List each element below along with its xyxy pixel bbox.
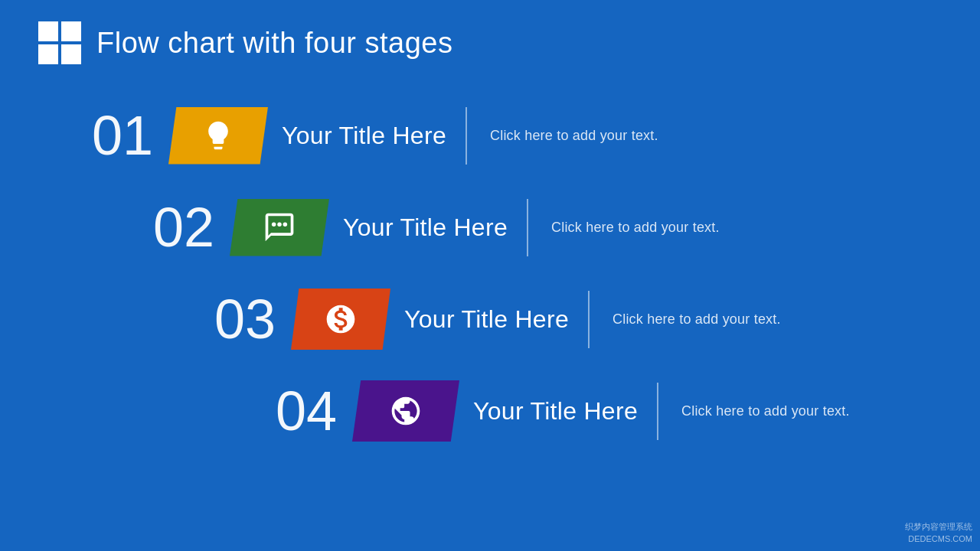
page-title: Flow chart with four stages: [96, 27, 452, 60]
stage-title-4[interactable]: Your Title Here: [473, 383, 657, 440]
stage-content-3: Your Title Here Click here to add your t…: [404, 291, 934, 348]
svg-point-6: [283, 223, 288, 227]
watermark-line1: 织梦内容管理系统: [905, 521, 972, 533]
stage-title-1[interactable]: Your Title Here: [282, 107, 466, 165]
stage-text-4[interactable]: Click here to add your text.: [658, 383, 850, 440]
stage-number-3: 03: [168, 292, 276, 347]
stage-title-2[interactable]: Your Title Here: [343, 199, 527, 256]
stage-number-2: 02: [107, 200, 214, 255]
svg-rect-1: [61, 21, 81, 41]
stage-content-4: Your Title Here Click here to add your t…: [473, 383, 934, 440]
bulb-icon: [201, 119, 235, 152]
stage-text-1[interactable]: Click here to add your text.: [467, 107, 658, 165]
watermark-line2: DEDECMS.COM: [905, 533, 972, 545]
svg-rect-3: [61, 44, 81, 64]
stage-icon-shape-4: [352, 380, 459, 442]
stage-icon-shape-3: [291, 289, 390, 350]
svg-rect-0: [38, 21, 58, 41]
globe-icon: [389, 394, 423, 428]
stage-row-2: 02 Your Title Here Click here to add you…: [107, 185, 934, 269]
stage-number-1: 01: [46, 108, 153, 163]
dollar-icon: [324, 302, 358, 336]
stage-icon-shape-1: [168, 107, 268, 165]
svg-point-5: [277, 223, 282, 227]
stage-content-2: Your Title Here Click here to add your t…: [343, 199, 934, 256]
stage-icon-shape-2: [230, 199, 329, 256]
watermark: 织梦内容管理系统 DEDECMS.COM: [905, 521, 972, 545]
windows-logo-icon: [38, 21, 81, 64]
stage-number-4: 04: [230, 383, 337, 439]
stage-row-1: 01 Your Title Here Click here to add you…: [46, 93, 934, 178]
stage-title-3[interactable]: Your Title Here: [404, 291, 588, 348]
stage-content-1: Your Title Here Click here to add your t…: [282, 107, 934, 165]
header: Flow chart with four stages: [0, 0, 980, 86]
stage-row-3: 03 Your Title Here Click here to add you…: [168, 277, 934, 361]
stage-text-3[interactable]: Click here to add your text.: [590, 291, 781, 348]
flowchart: 01 Your Title Here Click here to add you…: [0, 86, 980, 461]
chat-icon: [263, 210, 296, 244]
svg-rect-2: [38, 44, 58, 64]
svg-point-4: [272, 223, 276, 227]
stage-text-2[interactable]: Click here to add your text.: [528, 199, 720, 256]
stage-row-4: 04 Your Title Here Click here to add you…: [230, 369, 934, 453]
